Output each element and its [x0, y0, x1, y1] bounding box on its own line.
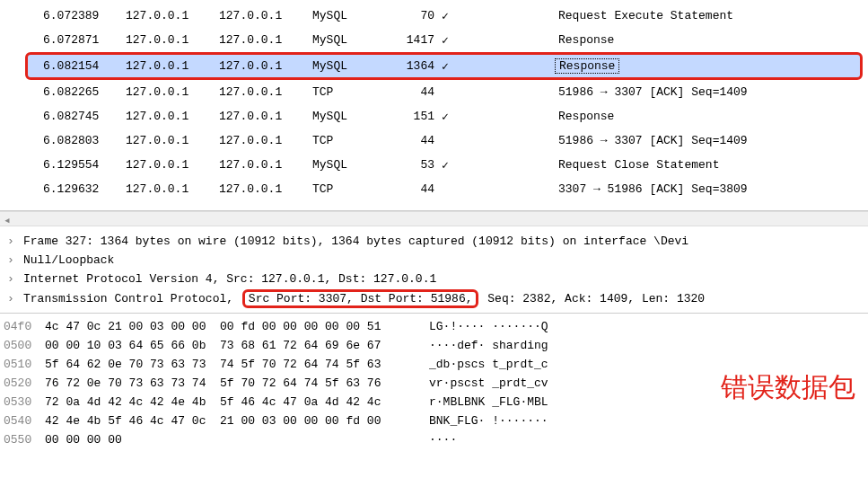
- col-length: 70: [386, 9, 442, 22]
- col-length: 1417: [386, 33, 442, 47]
- col-source: 127.0.0.1: [126, 110, 219, 123]
- hex-offset: 0510: [4, 355, 45, 374]
- col-time: 6.082803: [43, 134, 126, 147]
- details-null-row[interactable]: › Null/Loopback: [0, 251, 868, 270]
- hex-bytes: 72 0a 4d 42 4c 42 4e 4b 5f 46 4c 47 0a 4…: [45, 393, 429, 412]
- tcp-ports-highlight: Src Port: 3307, Dst Port: 51986,: [242, 289, 479, 308]
- details-frame-row[interactable]: › Frame 327: 1364 bytes on wire (10912 b…: [0, 232, 868, 251]
- col-protocol: MySQL: [312, 110, 386, 123]
- col-protocol: TCP: [312, 134, 386, 147]
- packet-row[interactable]: 6.082154127.0.0.1127.0.0.1MySQL1364✓Resp…: [25, 52, 863, 80]
- col-source: 127.0.0.1: [126, 182, 219, 196]
- col-protocol: MySQL: [312, 59, 386, 73]
- details-tcp-row[interactable]: › Transmission Control Protocol, Src Por…: [0, 288, 868, 309]
- hex-offset: 0500: [4, 336, 45, 355]
- hex-bytes: 00 00 00 00: [45, 430, 429, 449]
- packet-row[interactable]: 6.129632127.0.0.1127.0.0.1TCP443307 → 51…: [0, 177, 868, 201]
- hex-offset: 0530: [4, 393, 45, 412]
- hex-bytes: 5f 64 62 0e 70 73 63 73 74 5f 70 72 64 7…: [45, 355, 429, 374]
- hex-bytes: 76 72 0e 70 73 63 73 74 5f 70 72 64 74 5…: [45, 374, 429, 393]
- details-tcp-pre: Transmission Control Protocol,: [23, 292, 241, 305]
- hex-row[interactable]: 055000 00 00 00····: [0, 430, 868, 449]
- hex-offset: 0550: [4, 430, 45, 449]
- error-annotation-label: 错误数据包: [721, 369, 855, 406]
- col-check: ✓: [442, 9, 558, 23]
- chevron-right-icon[interactable]: ›: [7, 272, 23, 286]
- horizontal-scrollbar[interactable]: ◂: [0, 211, 868, 226]
- packet-row[interactable]: 6.082745127.0.0.1127.0.0.1MySQL151✓Respo…: [0, 104, 868, 128]
- col-info: Request Execute Statement: [558, 9, 868, 22]
- col-protocol: TCP: [312, 85, 386, 99]
- col-info: 51986 → 3307 [ACK] Seq=1409: [558, 85, 868, 99]
- col-source: 127.0.0.1: [126, 134, 219, 147]
- col-dest: 127.0.0.1: [219, 182, 312, 196]
- packet-list[interactable]: 6.072389127.0.0.1127.0.0.1MySQL70✓Reques…: [0, 0, 868, 211]
- col-time: 6.072389: [43, 9, 126, 22]
- hex-ascii: vr·pscst _prdt_cv: [429, 374, 548, 393]
- col-check: ✓: [442, 59, 558, 74]
- col-info: Request Close Statement: [558, 158, 868, 172]
- info-focus: Response: [555, 58, 619, 74]
- col-length: 151: [386, 110, 442, 123]
- hex-row[interactable]: 050000 00 10 03 64 65 66 0b 73 68 61 72 …: [0, 336, 868, 355]
- col-info: Response: [558, 33, 868, 47]
- col-time: 6.129554: [43, 158, 126, 172]
- packet-row[interactable]: 6.082265127.0.0.1127.0.0.1TCP4451986 → 3…: [0, 80, 868, 104]
- hex-row[interactable]: 054042 4e 4b 5f 46 4c 47 0c 21 00 03 00 …: [0, 412, 868, 430]
- hex-ascii: ····def· sharding: [429, 336, 548, 355]
- col-info: 3307 → 51986 [ACK] Seq=3809: [558, 182, 868, 196]
- col-length: 44: [386, 182, 442, 196]
- col-dest: 127.0.0.1: [219, 158, 312, 172]
- packet-row[interactable]: 6.082803127.0.0.1127.0.0.1TCP4451986 → 3…: [0, 128, 868, 153]
- hex-row[interactable]: 04f04c 47 0c 21 00 03 00 00 00 fd 00 00 …: [0, 317, 868, 336]
- col-protocol: MySQL: [312, 33, 386, 47]
- col-info: 51986 → 3307 [ACK] Seq=1409: [558, 134, 868, 147]
- col-time: 6.082265: [43, 85, 126, 99]
- col-time: 6.072871: [43, 33, 126, 47]
- col-dest: 127.0.0.1: [219, 110, 312, 123]
- details-ip-row[interactable]: › Internet Protocol Version 4, Src: 127.…: [0, 270, 868, 288]
- col-time: 6.082154: [43, 59, 126, 73]
- col-check: ✓: [442, 158, 558, 173]
- col-length: 44: [386, 134, 442, 147]
- chevron-right-icon[interactable]: ›: [7, 235, 23, 248]
- hex-ascii: _db·pscs t_prdt_c: [429, 355, 548, 374]
- details-tcp-post: Seq: 2382, Ack: 1409, Len: 1320: [480, 292, 705, 305]
- hex-bytes: 4c 47 0c 21 00 03 00 00 00 fd 00 00 00 0…: [45, 317, 429, 336]
- packet-details-pane[interactable]: › Frame 327: 1364 bytes on wire (10912 b…: [0, 226, 868, 314]
- col-length: 53: [386, 158, 442, 172]
- hex-offset: 04f0: [4, 317, 45, 336]
- col-info: Response: [558, 110, 868, 123]
- hex-ascii: BNK_FLG· !·······: [429, 412, 548, 430]
- details-null-text: Null/Loopback: [23, 253, 114, 267]
- col-dest: 127.0.0.1: [219, 9, 312, 22]
- col-length: 1364: [386, 59, 442, 73]
- col-source: 127.0.0.1: [126, 158, 219, 172]
- details-frame-text: Frame 327: 1364 bytes on wire (10912 bit…: [23, 235, 688, 248]
- col-info: Response: [558, 58, 860, 74]
- chevron-right-icon[interactable]: ›: [7, 292, 23, 305]
- col-dest: 127.0.0.1: [219, 33, 312, 47]
- col-check: ✓: [442, 33, 558, 48]
- hex-offset: 0540: [4, 412, 45, 430]
- col-protocol: TCP: [312, 182, 386, 196]
- hex-ascii: LG·!···· ·······Q: [429, 317, 548, 336]
- hex-ascii: ····: [429, 430, 457, 449]
- packet-row[interactable]: 6.072871127.0.0.1127.0.0.1MySQL1417✓Resp…: [0, 28, 868, 52]
- col-source: 127.0.0.1: [126, 9, 219, 22]
- chevron-right-icon[interactable]: ›: [7, 253, 23, 267]
- col-source: 127.0.0.1: [126, 33, 219, 47]
- col-check: ✓: [442, 110, 558, 124]
- col-protocol: MySQL: [312, 158, 386, 172]
- packet-row[interactable]: 6.072389127.0.0.1127.0.0.1MySQL70✓Reques…: [0, 4, 868, 28]
- hex-offset: 0520: [4, 374, 45, 393]
- hex-bytes: 00 00 10 03 64 65 66 0b 73 68 61 72 64 6…: [45, 336, 429, 355]
- col-dest: 127.0.0.1: [219, 59, 312, 73]
- col-protocol: MySQL: [312, 9, 386, 22]
- hex-bytes: 42 4e 4b 5f 46 4c 47 0c 21 00 03 00 00 0…: [45, 412, 429, 430]
- packet-row[interactable]: 6.129554127.0.0.1127.0.0.1MySQL53✓Reques…: [0, 153, 868, 177]
- col-time: 6.082745: [43, 110, 126, 123]
- scroll-left-icon[interactable]: ◂: [2, 214, 13, 226]
- tcp-ports-text: Src Port: 3307, Dst Port: 51986,: [249, 292, 473, 305]
- col-dest: 127.0.0.1: [219, 134, 312, 147]
